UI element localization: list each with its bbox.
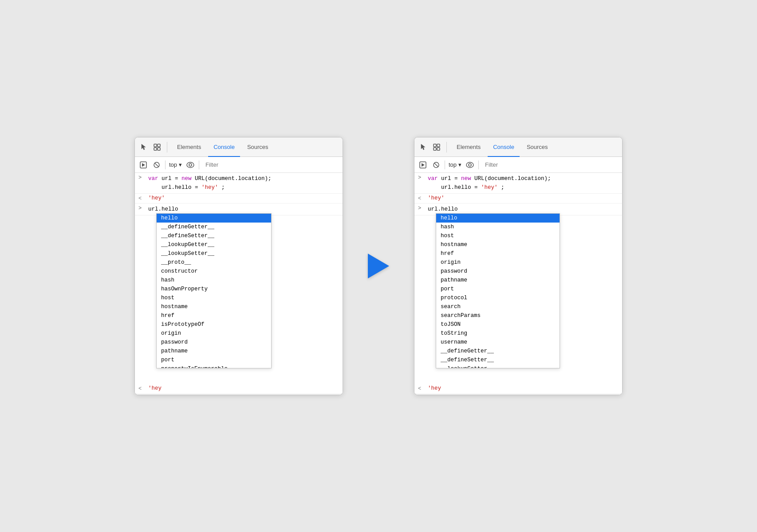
right-console-content: > var url = new URL(document.location); … xyxy=(414,173,622,395)
autocomplete-item-r6[interactable]: pathname xyxy=(436,276,560,285)
prompt-partial-right: < xyxy=(418,385,424,392)
partial-hey-left: 'hey xyxy=(148,385,162,391)
autocomplete-item-r0[interactable]: hash xyxy=(436,223,560,231)
tab-sources-right[interactable]: Sources xyxy=(521,137,553,157)
eye-icon-right[interactable] xyxy=(465,160,475,170)
cursor-icon-right[interactable] xyxy=(418,142,429,153)
autocomplete-item-r12[interactable]: toString xyxy=(436,329,560,338)
left-tab-bar: Elements Console Sources xyxy=(135,137,343,157)
autocomplete-item-5-left[interactable]: constructor xyxy=(157,267,271,276)
svg-point-16 xyxy=(466,162,473,168)
autocomplete-item-11-left[interactable]: isPrototypeOf xyxy=(157,320,271,329)
autocomplete-item-15-left[interactable]: port xyxy=(157,356,271,364)
context-dropdown-left[interactable]: top ▾ xyxy=(169,161,182,168)
toolbar-divider2-left xyxy=(199,160,199,169)
svg-rect-0 xyxy=(154,144,157,147)
tab-sources-left[interactable]: Sources xyxy=(242,137,274,157)
tab-console-right[interactable]: Console xyxy=(488,137,520,157)
autocomplete-item-8-left[interactable]: host xyxy=(157,293,271,302)
toolbar-divider-left xyxy=(165,160,166,169)
autocomplete-item-0-left[interactable]: __defineGetter__ xyxy=(157,223,271,231)
eye-icon-left[interactable] xyxy=(185,160,195,170)
svg-rect-12 xyxy=(437,148,440,150)
autocomplete-item-4-left[interactable]: __proto__ xyxy=(157,258,271,267)
clear-icon[interactable] xyxy=(152,160,162,170)
left-toolbar: top ▾ xyxy=(135,157,343,173)
autocomplete-item-hello-left[interactable]: hello xyxy=(157,214,271,223)
code-line-1b-left: url.hello = 'hey' ; xyxy=(148,183,339,192)
autocomplete-item-r9[interactable]: search xyxy=(436,302,560,311)
prompt-partial-left: < xyxy=(138,385,145,392)
autocomplete-item-r13[interactable]: username xyxy=(436,338,560,347)
tab-elements-right[interactable]: Elements xyxy=(451,137,486,157)
autocomplete-item-13-left[interactable]: password xyxy=(157,338,271,347)
context-dropdown-right[interactable]: top ▾ xyxy=(449,161,461,168)
autocomplete-item-r2[interactable]: hostname xyxy=(436,240,560,249)
autocomplete-item-1-left[interactable]: __defineSetter__ xyxy=(157,231,271,240)
autocomplete-item-r5[interactable]: password xyxy=(436,267,560,276)
tab-elements-left[interactable]: Elements xyxy=(172,137,206,157)
autocomplete-item-14-left[interactable]: pathname xyxy=(157,347,271,356)
prompt-input-1-left: > xyxy=(138,174,145,181)
right-arrow-icon xyxy=(368,254,389,278)
svg-rect-2 xyxy=(154,148,157,150)
output-hey-1-right: 'hey' xyxy=(428,195,445,201)
prompt-input-2-right: > xyxy=(418,205,424,211)
filter-input-right[interactable] xyxy=(482,160,619,169)
autocomplete-item-6-left[interactable]: hash xyxy=(157,276,271,285)
autocomplete-item-r14[interactable]: __defineGetter__ xyxy=(436,347,560,356)
partial-hey-right: 'hey xyxy=(428,385,441,391)
console-input-2-right: > url.hello hello hash host hostname hre… xyxy=(414,203,622,215)
prompt-input-1-right: > xyxy=(418,174,424,181)
autocomplete-item-3-left[interactable]: __lookupSetter__ xyxy=(157,249,271,258)
autocomplete-item-9-left[interactable]: hostname xyxy=(157,302,271,311)
inspect-icon-right[interactable] xyxy=(431,142,442,153)
right-tab-icons xyxy=(418,142,447,153)
svg-point-7 xyxy=(187,162,194,168)
autocomplete-item-r8[interactable]: protocol xyxy=(436,293,560,302)
cursor-icon[interactable] xyxy=(138,142,149,153)
console-input-2-left: > url.hello hello __defineGetter__ __def… xyxy=(135,203,343,215)
direction-arrow xyxy=(361,254,396,278)
autocomplete-item-10-left[interactable]: href xyxy=(157,311,271,320)
svg-rect-3 xyxy=(158,148,160,150)
dropdown-arrow-icon-right: ▾ xyxy=(458,161,461,168)
autocomplete-item-r1[interactable]: host xyxy=(436,231,560,240)
svg-point-17 xyxy=(469,164,471,166)
clear-icon-right[interactable] xyxy=(431,160,441,170)
run-icon-right[interactable] xyxy=(418,160,428,170)
autocomplete-item-2-left[interactable]: __lookupGetter__ xyxy=(157,240,271,249)
dropdown-arrow-icon: ▾ xyxy=(179,161,182,168)
autocomplete-dropdown-right: hello hash host hostname href origin pas… xyxy=(436,213,560,368)
autocomplete-item-16-left[interactable]: propertyIsEnumerable xyxy=(157,364,271,368)
autocomplete-item-r7[interactable]: port xyxy=(436,285,560,293)
prompt-output-1-right: < xyxy=(418,195,424,202)
autocomplete-item-r3[interactable]: href xyxy=(436,249,560,258)
console-input-1-left: > var url = new URL(document.location); … xyxy=(135,173,343,194)
run-icon[interactable] xyxy=(138,160,148,170)
tab-console-left[interactable]: Console xyxy=(208,137,240,157)
inspect-icon[interactable] xyxy=(152,142,162,153)
right-tab-bar: Elements Console Sources xyxy=(414,137,622,157)
autocomplete-item-7-left[interactable]: hasOwnProperty xyxy=(157,285,271,293)
svg-rect-11 xyxy=(434,148,436,150)
console-output-1-left: < 'hey' xyxy=(135,194,343,203)
autocomplete-item-12-left[interactable]: origin xyxy=(157,329,271,338)
autocomplete-item-r15[interactable]: __defineSetter__ xyxy=(436,356,560,364)
right-toolbar: top ▾ xyxy=(414,157,622,173)
right-devtools-panel: Elements Console Sources xyxy=(414,137,623,395)
code-line-1a-left: var url = new URL(document.location); xyxy=(148,174,339,183)
autocomplete-item-hello-right[interactable]: hello xyxy=(436,214,560,223)
filter-input-left[interactable] xyxy=(203,160,339,169)
toolbar-divider2-right xyxy=(478,160,479,169)
prompt-input-2-left: > xyxy=(138,205,145,211)
code-block-2-right: url.hello xyxy=(428,205,619,214)
console-output-partial-right: < 'hey xyxy=(414,384,622,394)
autocomplete-item-r4[interactable]: origin xyxy=(436,258,560,267)
console-input-1-right: > var url = new URL(document.location); … xyxy=(414,173,622,194)
autocomplete-item-r16[interactable]: __lookupGetter__ xyxy=(436,364,560,368)
autocomplete-item-r11[interactable]: toJSON xyxy=(436,320,560,329)
left-console-content: > var url = new URL(document.location); … xyxy=(135,173,343,395)
autocomplete-item-r10[interactable]: searchParams xyxy=(436,311,560,320)
svg-rect-1 xyxy=(158,144,160,147)
